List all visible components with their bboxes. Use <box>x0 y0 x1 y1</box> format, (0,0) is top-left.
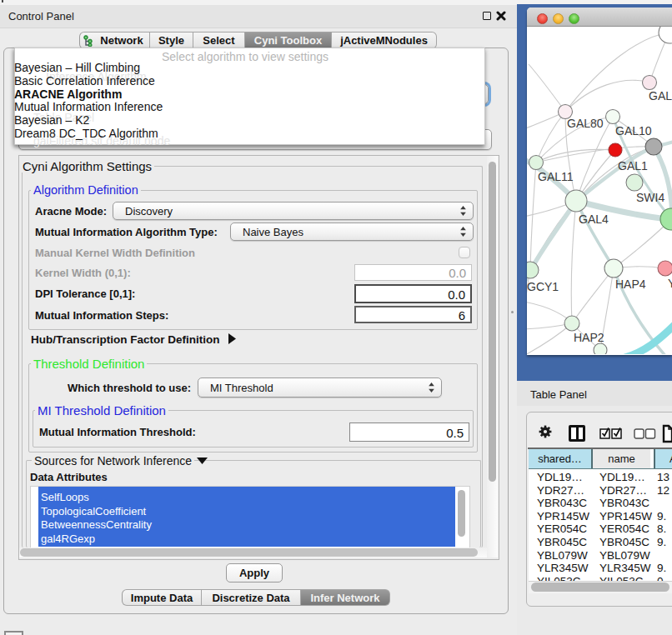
svg-text:HAP2: HAP2 <box>574 331 604 344</box>
svg-text:GAL4: GAL4 <box>579 212 609 226</box>
svg-text:GAL10: GAL10 <box>615 124 652 138</box>
svg-text:Y: Y <box>668 277 672 290</box>
svg-text:GAL11: GAL11 <box>538 170 574 183</box>
svg-text:GAL1: GAL1 <box>618 159 648 172</box>
svg-text:SWI4: SWI4 <box>636 191 664 204</box>
svg-text:HAP4: HAP4 <box>615 278 646 291</box>
svg-text:GCY1: GCY1 <box>527 280 559 293</box>
svg-text:GAL2: GAL2 <box>649 89 672 102</box>
svg-text:GAL80: GAL80 <box>567 117 604 130</box>
